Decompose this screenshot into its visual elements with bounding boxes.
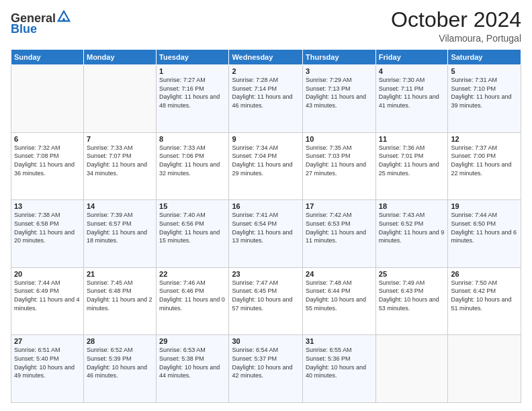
day-info: Sunrise: 7:44 AMSunset: 6:49 PMDaylight:… [14,279,80,312]
calendar-cell: 3Sunrise: 7:29 AMSunset: 7:13 PMDaylight… [303,65,376,133]
day-number: 13 [14,202,81,210]
day-info: Sunrise: 7:27 AMSunset: 7:16 PMDaylight:… [159,77,220,109]
day-header-friday: Friday [375,50,448,65]
week-row-2: 6Sunrise: 7:32 AMSunset: 7:08 PMDaylight… [11,132,521,200]
logo-blue-text: Blue [11,23,37,35]
day-info: Sunrise: 7:35 AMSunset: 7:03 PMDaylight:… [306,144,366,177]
day-header-tuesday: Tuesday [157,50,229,65]
logo-icon [57,9,71,26]
calendar-cell: 24Sunrise: 7:48 AMSunset: 6:44 PMDayligh… [303,267,376,335]
day-info: Sunrise: 7:38 AMSunset: 6:58 PMDaylight:… [14,212,75,244]
day-number: 28 [87,337,153,345]
day-info: Sunrise: 7:42 AMSunset: 6:53 PMDaylight:… [306,212,366,244]
day-info: Sunrise: 7:31 AMSunset: 7:10 PMDaylight:… [451,77,511,109]
day-info: Sunrise: 7:36 AMSunset: 7:01 PMDaylight:… [379,144,439,177]
calendar-cell: 21Sunrise: 7:45 AMSunset: 6:48 PMDayligh… [83,267,156,335]
calendar-cell: 19Sunrise: 7:44 AMSunset: 6:50 PMDayligh… [448,200,521,268]
title-block: October 2024 Vilamoura, Portugal [391,8,521,44]
calendar-cell: 5Sunrise: 7:31 AMSunset: 7:10 PMDaylight… [448,65,521,133]
day-number: 2 [232,67,300,75]
calendar-page: General Blue October 2024 Vilamoura, Por… [0,0,532,411]
day-info: Sunrise: 7:46 AMSunset: 6:46 PMDaylight:… [159,279,225,312]
day-info: Sunrise: 7:41 AMSunset: 6:54 PMDaylight:… [232,212,292,244]
day-info: Sunrise: 7:48 AMSunset: 6:44 PMDaylight:… [306,279,366,312]
day-number: 19 [451,202,518,210]
day-info: Sunrise: 7:43 AMSunset: 6:52 PMDaylight:… [379,212,445,244]
calendar-cell: 17Sunrise: 7:42 AMSunset: 6:53 PMDayligh… [303,200,376,268]
calendar-cell: 1Sunrise: 7:27 AMSunset: 7:16 PMDaylight… [157,65,229,133]
calendar-cell: 26Sunrise: 7:50 AMSunset: 6:42 PMDayligh… [448,267,521,335]
day-number: 27 [14,337,81,345]
day-number: 7 [87,135,153,143]
day-info: Sunrise: 6:55 AMSunset: 5:36 PMDaylight:… [306,347,366,379]
day-number: 25 [379,270,445,278]
day-info: Sunrise: 7:30 AMSunset: 7:11 PMDaylight:… [379,77,439,109]
calendar-cell: 13Sunrise: 7:38 AMSunset: 6:58 PMDayligh… [11,200,84,268]
calendar-cell [83,65,156,133]
day-number: 30 [232,337,300,345]
day-info: Sunrise: 7:28 AMSunset: 7:14 PMDaylight:… [232,77,292,109]
calendar-cell: 6Sunrise: 7:32 AMSunset: 7:08 PMDaylight… [11,132,84,200]
day-number: 22 [159,270,226,278]
day-number: 3 [306,67,373,75]
calendar-cell: 9Sunrise: 7:34 AMSunset: 7:04 PMDaylight… [229,132,303,200]
calendar-cell: 14Sunrise: 7:39 AMSunset: 6:57 PMDayligh… [83,200,156,268]
calendar-cell: 11Sunrise: 7:36 AMSunset: 7:01 PMDayligh… [375,132,448,200]
calendar-cell: 27Sunrise: 6:51 AMSunset: 5:40 PMDayligh… [11,335,84,403]
calendar-cell [11,65,84,133]
calendar-cell: 29Sunrise: 6:53 AMSunset: 5:38 PMDayligh… [157,335,229,403]
day-info: Sunrise: 6:51 AMSunset: 5:40 PMDaylight:… [14,347,75,379]
day-info: Sunrise: 7:40 AMSunset: 6:56 PMDaylight:… [159,212,220,244]
day-info: Sunrise: 6:52 AMSunset: 5:39 PMDaylight:… [87,347,147,379]
month-title: October 2024 [391,8,521,32]
week-row-3: 13Sunrise: 7:38 AMSunset: 6:58 PMDayligh… [11,200,521,268]
calendar-cell: 23Sunrise: 7:47 AMSunset: 6:45 PMDayligh… [229,267,303,335]
calendar-cell: 7Sunrise: 7:33 AMSunset: 7:07 PMDaylight… [83,132,156,200]
calendar-cell: 25Sunrise: 7:49 AMSunset: 6:43 PMDayligh… [375,267,448,335]
svg-marker-1 [62,17,65,21]
day-number: 10 [306,135,373,143]
day-number: 26 [451,270,518,278]
day-number: 24 [306,270,373,278]
location-title: Vilamoura, Portugal [391,33,521,44]
calendar-cell [375,335,448,403]
day-header-monday: Monday [83,50,156,65]
day-info: Sunrise: 7:33 AMSunset: 7:07 PMDaylight:… [87,144,147,177]
day-number: 1 [159,67,226,75]
day-number: 20 [14,270,81,278]
day-info: Sunrise: 7:29 AMSunset: 7:13 PMDaylight:… [306,77,366,109]
day-info: Sunrise: 6:53 AMSunset: 5:38 PMDaylight:… [159,347,220,379]
day-number: 18 [379,202,445,210]
day-number: 5 [451,67,518,75]
day-info: Sunrise: 7:32 AMSunset: 7:08 PMDaylight:… [14,144,75,177]
day-number: 14 [87,202,153,210]
day-header-thursday: Thursday [303,50,376,65]
calendar-cell: 4Sunrise: 7:30 AMSunset: 7:11 PMDaylight… [375,65,448,133]
day-info: Sunrise: 7:34 AMSunset: 7:04 PMDaylight:… [232,144,292,177]
week-row-5: 27Sunrise: 6:51 AMSunset: 5:40 PMDayligh… [11,335,521,403]
calendar-cell: 18Sunrise: 7:43 AMSunset: 6:52 PMDayligh… [375,200,448,268]
calendar-cell: 22Sunrise: 7:46 AMSunset: 6:46 PMDayligh… [157,267,229,335]
day-number: 17 [306,202,373,210]
header: General Blue October 2024 Vilamoura, Por… [11,8,521,44]
day-number: 23 [232,270,300,278]
day-info: Sunrise: 7:49 AMSunset: 6:43 PMDaylight:… [379,279,439,312]
calendar-cell: 30Sunrise: 6:54 AMSunset: 5:37 PMDayligh… [229,335,303,403]
day-info: Sunrise: 7:50 AMSunset: 6:42 PMDaylight:… [451,279,511,312]
day-number: 21 [87,270,153,278]
calendar-cell: 2Sunrise: 7:28 AMSunset: 7:14 PMDaylight… [229,65,303,133]
day-number: 31 [306,337,373,345]
calendar-table: SundayMondayTuesdayWednesdayThursdayFrid… [11,49,521,403]
week-row-4: 20Sunrise: 7:44 AMSunset: 6:49 PMDayligh… [11,267,521,335]
day-header-saturday: Saturday [448,50,521,65]
day-number: 15 [159,202,226,210]
day-header-wednesday: Wednesday [229,50,303,65]
calendar-cell: 28Sunrise: 6:52 AMSunset: 5:39 PMDayligh… [83,335,156,403]
day-header-sunday: Sunday [11,50,84,65]
day-number: 6 [14,135,81,143]
day-number: 16 [232,202,300,210]
calendar-cell: 31Sunrise: 6:55 AMSunset: 5:36 PMDayligh… [303,335,376,403]
day-number: 12 [451,135,518,143]
day-number: 9 [232,135,300,143]
calendar-cell: 16Sunrise: 7:41 AMSunset: 6:54 PMDayligh… [229,200,303,268]
